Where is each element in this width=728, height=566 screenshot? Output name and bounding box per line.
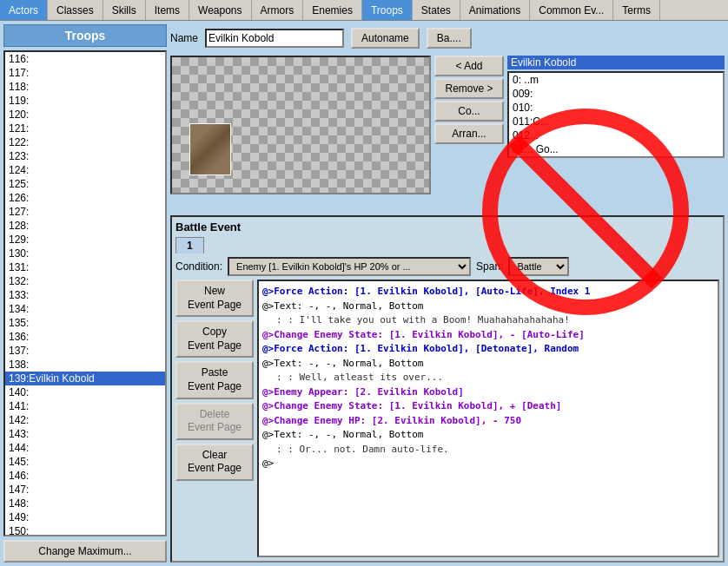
list-item[interactable]: 125: — [5, 177, 165, 191]
script-line: : : I'll take you out with a Boom! Muaha… — [262, 313, 714, 328]
enemy-list-item[interactable]: 009: — [509, 87, 723, 101]
span-select[interactable]: Battle — [508, 257, 569, 276]
script-line: @> — [262, 457, 714, 471]
list-item[interactable]: 137: — [5, 344, 165, 358]
menu-armors[interactable]: Armors — [252, 0, 304, 20]
list-item[interactable]: 123: — [5, 149, 165, 163]
menu-weapons[interactable]: Weapons — [189, 0, 251, 20]
event-script-area: @>Force Action: [1. Evilkin Kobold], [Au… — [257, 280, 719, 557]
event-content-area: NewEvent Page CopyEvent Page PasteEvent … — [175, 280, 719, 557]
right-panel: Name Autoname Ba.... < Add Remove > Co..… — [170, 24, 725, 563]
event-tabs-row: 1 — [175, 237, 719, 253]
name-input[interactable] — [205, 29, 344, 48]
delete-event-page-button[interactable]: DeleteEvent Page — [175, 403, 254, 440]
list-item[interactable]: 117: — [5, 66, 165, 80]
change-maximum-button[interactable]: Change Maximum... — [3, 540, 167, 563]
list-item[interactable]: 135: — [5, 316, 165, 330]
enemy-list[interactable]: 0: ..m009:010:011:C...012...01... Go... — [507, 71, 725, 158]
paste-event-page-button[interactable]: PasteEvent Page — [175, 361, 254, 398]
menu-troops[interactable]: Troops — [362, 0, 413, 20]
menu-states[interactable]: States — [413, 0, 460, 20]
script-line: @>Text: -, -, Normal, Bottom — [262, 428, 714, 443]
enemy-controls-row: < Add Remove > Co... Arran... Evilkin Ko… — [434, 56, 725, 158]
menu-items[interactable]: Items — [146, 0, 189, 20]
list-item[interactable]: 130: — [5, 247, 165, 260]
condition-label: Condition: — [175, 260, 222, 273]
list-item[interactable]: 121: — [5, 122, 165, 135]
menu-actors[interactable]: Actors — [0, 0, 48, 20]
list-item[interactable]: 149: — [5, 510, 165, 524]
enemy-buttons: < Add Remove > Co... Arran... — [434, 56, 504, 158]
menu-terms[interactable]: Terms — [613, 0, 660, 20]
name-row: Name Autoname Ba.... — [170, 24, 725, 52]
battle-area-row: < Add Remove > Co... Arran... Evilkin Ko… — [170, 56, 725, 212]
arrange-enemy-button[interactable]: Arran... — [434, 123, 504, 144]
list-item[interactable]: 146: — [5, 469, 165, 483]
list-item[interactable]: 126: — [5, 191, 165, 205]
troops-list[interactable]: 116:117:118:119:120:121:122:123:124:125:… — [3, 50, 167, 536]
script-line: @>Change Enemy State: [1. Evilkin Kobold… — [262, 399, 714, 414]
list-item[interactable]: 116: — [5, 52, 165, 66]
menu-bar: Actors Classes Skills Items Weapons Armo… — [0, 0, 728, 21]
copy-event-page-button[interactable]: CopyEvent Page — [175, 320, 254, 358]
list-item[interactable]: 140: — [5, 385, 165, 399]
enemy-list-item[interactable]: 012... — [509, 128, 723, 142]
script-line: @>Change Enemy State: [1. Evilkin Kobold… — [262, 328, 714, 343]
list-item[interactable]: 141: — [5, 399, 165, 413]
script-line: : : Or... not. Damn auto-life. — [262, 443, 714, 457]
copy-enemy-button[interactable]: Co... — [434, 101, 504, 122]
list-item[interactable]: 129: — [5, 233, 165, 247]
list-item[interactable]: 139:Evilkin Kobold — [5, 372, 165, 385]
list-item[interactable]: 145: — [5, 455, 165, 469]
enemy-list-item[interactable]: 010: — [509, 101, 723, 115]
script-line: @>Force Action: [1. Evilkin Kobold], [De… — [262, 342, 714, 357]
enemy-list-item[interactable]: 01... Go... — [509, 142, 723, 156]
menu-common-ev[interactable]: Common Ev... — [530, 0, 613, 20]
menu-enemies[interactable]: Enemies — [303, 0, 362, 20]
condition-row: Condition: Enemy [1. Evilkin Kobold]'s H… — [175, 257, 719, 276]
list-item[interactable]: 118: — [5, 80, 165, 94]
list-item[interactable]: 142: — [5, 413, 165, 427]
script-line: @>Text: -, -, Normal, Bottom — [262, 299, 714, 314]
remove-enemy-button[interactable]: Remove > — [434, 78, 504, 99]
main-container: Troops 116:117:118:119:120:121:122:123:1… — [0, 21, 728, 566]
menu-classes[interactable]: Classes — [48, 0, 103, 20]
list-item[interactable]: 131: — [5, 260, 165, 274]
background-button[interactable]: Ba.... — [427, 28, 472, 49]
clear-event-page-button[interactable]: ClearEvent Page — [175, 444, 254, 481]
script-line: @>Change Enemy HP: [2. Evilkin Kobold], … — [262, 414, 714, 429]
list-item[interactable]: 134: — [5, 302, 165, 316]
list-item[interactable]: 138: — [5, 358, 165, 372]
enemy-panel: < Add Remove > Co... Arran... Evilkin Ko… — [434, 56, 725, 212]
list-item[interactable]: 133: — [5, 288, 165, 302]
list-item[interactable]: 136: — [5, 330, 165, 344]
enemy-list-section: Evilkin Kobold 0: ..m009:010:011:C...012… — [507, 56, 725, 158]
menu-animations[interactable]: Animations — [460, 0, 530, 20]
list-item[interactable]: 128: — [5, 219, 165, 233]
event-tab-1[interactable]: 1 — [175, 237, 204, 253]
list-item[interactable]: 120: — [5, 108, 165, 122]
add-enemy-button[interactable]: < Add — [434, 56, 504, 76]
list-item[interactable]: 144: — [5, 441, 165, 455]
list-item[interactable]: 143: — [5, 427, 165, 441]
condition-select[interactable]: Enemy [1. Evilkin Kobold]'s HP 20% or ..… — [228, 257, 471, 276]
name-label: Name — [170, 32, 198, 44]
enemy-list-item[interactable]: 0: ..m — [509, 73, 723, 87]
list-item[interactable]: 147: — [5, 483, 165, 497]
battle-event-title: Battle Event — [175, 220, 719, 234]
script-line: @>Force Action: [1. Evilkin Kobold], [Au… — [262, 285, 714, 299]
new-event-page-button[interactable]: NewEvent Page — [175, 280, 254, 317]
list-item[interactable]: 150: — [5, 524, 165, 536]
enemy-list-item[interactable]: 011:C... — [509, 115, 723, 128]
list-item[interactable]: 122: — [5, 135, 165, 149]
list-item[interactable]: 127: — [5, 205, 165, 219]
menu-skills[interactable]: Skills — [103, 0, 146, 20]
panel-title: Troops — [3, 24, 167, 47]
selected-enemy-display: Evilkin Kobold — [507, 56, 725, 69]
list-item[interactable]: 148: — [5, 497, 165, 510]
list-item[interactable]: 132: — [5, 274, 165, 288]
list-item[interactable]: 124: — [5, 163, 165, 177]
autoname-button[interactable]: Autoname — [351, 28, 420, 49]
list-item[interactable]: 119: — [5, 94, 165, 108]
span-label: Span: — [476, 260, 503, 273]
